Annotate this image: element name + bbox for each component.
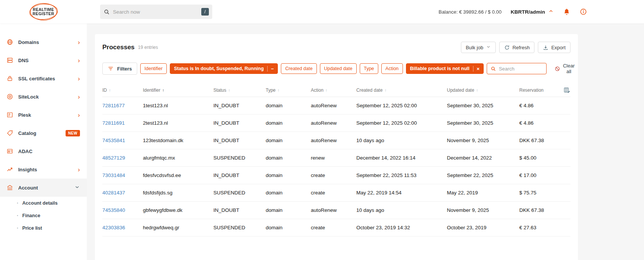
filter-search-input[interactable] — [499, 66, 543, 72]
clear-all-button[interactable]: Clear all — [555, 63, 575, 74]
cell-type: domain — [266, 225, 311, 230]
filter-chip-action[interactable]: Action — [381, 63, 403, 74]
chevron-down-icon — [74, 184, 80, 191]
cell-created: May 22, 2019 14:54 — [356, 190, 447, 196]
cell-updated: September 22, 2025 — [447, 172, 519, 178]
process-id-link[interactable]: 42303836 — [102, 225, 143, 230]
global-search[interactable]: / — [100, 5, 212, 19]
filter-chip-updated-date[interactable]: Updated date — [320, 63, 357, 74]
filter-chip-identifier[interactable]: Identifier — [140, 63, 167, 74]
account-menu-button[interactable]: KBRTR/admin — [511, 8, 554, 15]
cell-updated: November 9, 2025 — [447, 138, 519, 143]
column-header-created-date[interactable]: Created date ↑ — [356, 88, 447, 93]
column-header-reservation: Reservation — [519, 88, 570, 93]
filter-chip-status[interactable]: Status is In doubt, Suspended, Running − — [170, 63, 278, 74]
chevron-right-icon: › — [78, 75, 80, 82]
remove-filter-icon[interactable]: − — [267, 66, 274, 72]
chevron-right-icon: › — [78, 57, 80, 64]
global-search-input[interactable] — [113, 9, 198, 15]
process-id-link[interactable]: 72811691 — [102, 120, 143, 126]
column-header-type[interactable]: Type ↑ — [266, 88, 311, 93]
filter-search[interactable] — [487, 63, 547, 74]
filter-chip-type[interactable]: Type — [360, 63, 378, 74]
column-header-id[interactable]: ID ↑ — [102, 88, 143, 93]
filter-chip-billable-product[interactable]: Billable product is not null × — [406, 63, 484, 74]
sidebar-item-plesk[interactable]: Plesk › — [0, 106, 87, 124]
table-row: 42303836hedrgwfdweq.grSUSPENDEDdomaincre… — [102, 219, 570, 237]
cell-action: create — [311, 190, 356, 196]
block-icon — [555, 66, 560, 72]
cell-updated: September 30, 2025 — [447, 120, 519, 126]
chevron-right-icon: › — [78, 112, 80, 118]
sitelock-icon — [6, 93, 13, 100]
column-header-updated-date[interactable]: Updated date ↑ — [447, 88, 519, 93]
export-button[interactable]: Export — [538, 42, 570, 53]
process-id-link[interactable]: 74535841 — [102, 138, 143, 143]
cell-identifier: fdsfdsfijds.sg — [143, 190, 213, 196]
sidebar-item-domains[interactable]: Domains › — [0, 33, 87, 51]
cell-reservation: $ 45.00 — [519, 155, 570, 161]
sort-asc-icon: ↑ — [109, 88, 111, 92]
edit-columns-icon[interactable] — [563, 86, 570, 94]
cell-updated: November 9, 2025 — [447, 207, 519, 213]
sort-asc-icon: ↑ — [325, 88, 327, 92]
table-row: 74535841123testdomain.dkIN_DOUBTdomainau… — [102, 132, 570, 149]
cell-type: domain — [266, 103, 311, 108]
brand-logo[interactable]: REALTIME REGISTER — [27, 2, 60, 22]
cell-status: SUSPENDED — [213, 155, 266, 161]
balance-text: Balance: € 39892.66 / $ 0.00 — [439, 9, 501, 15]
download-icon — [543, 45, 548, 50]
processes-table: ID ↑ Identifier ↑ Status ↑ Type ↑ Action — [102, 83, 570, 237]
cell-identifier: fdesfvcdsvfsd.ee — [143, 172, 213, 178]
sort-asc-icon: ↑ — [384, 88, 387, 92]
sidebar-item-finance[interactable]: ▪ Finance — [0, 209, 87, 222]
process-id-link[interactable]: 48527129 — [102, 155, 143, 161]
process-id-link[interactable]: 74535840 — [102, 207, 143, 213]
bullet-icon: ▪ — [17, 202, 18, 205]
cell-status: SUSPENDED — [213, 190, 266, 196]
column-header-status[interactable]: Status ↑ — [213, 88, 266, 93]
cell-created: September 12, 2025 02:00 — [356, 120, 447, 126]
sidebar-item-catalog[interactable]: Catalog NEW — [0, 124, 87, 142]
info-icon[interactable] — [580, 8, 587, 16]
sidebar-item-account[interactable]: Account — [0, 179, 87, 197]
cell-reservation: DKK 67.38 — [519, 138, 570, 143]
refresh-icon — [504, 45, 510, 50]
cell-identifier: 1test123.nl — [143, 103, 213, 108]
cell-reservation: $ 75.75 — [519, 190, 570, 196]
filters-button[interactable]: Filters — [102, 63, 137, 75]
cell-created: December 14, 2022 16:14 — [356, 155, 447, 161]
sidebar-item-insights[interactable]: Insights › — [0, 160, 87, 179]
sidebar-item-dns[interactable]: DNS › — [0, 51, 87, 69]
sidebar-item-adac[interactable]: ADAC — [0, 142, 87, 160]
cell-action: autoRenew — [311, 138, 356, 143]
filter-chip-created-date[interactable]: Created date — [281, 63, 317, 74]
table-row: 73031484fdesfvcdsvfsd.eeIN_DOUBTdomaincr… — [102, 167, 570, 184]
sidebar-item-account-details[interactable]: ▪ Account details — [0, 197, 87, 209]
sidebar-item-price-list[interactable]: ▪ Price list — [0, 222, 87, 234]
column-header-action[interactable]: Action ↑ — [311, 88, 356, 93]
chevron-right-icon: › — [78, 39, 80, 45]
chevron-up-icon — [548, 8, 554, 15]
sidebar: Domains › DNS › SSL certificates › SiteL… — [0, 23, 87, 260]
filter-lines-icon — [108, 66, 114, 72]
bullet-icon: ▪ — [17, 214, 18, 217]
sidebar-item-sitelock[interactable]: SiteLock › — [0, 88, 87, 106]
close-icon[interactable]: × — [473, 66, 480, 72]
chevron-right-icon: › — [78, 94, 80, 100]
globe-icon — [6, 39, 13, 45]
notifications-bell-icon[interactable] — [563, 8, 570, 16]
cell-type: domain — [266, 120, 311, 126]
process-id-link[interactable]: 40281437 — [102, 190, 143, 196]
bulk-job-button[interactable]: Bulk job — [461, 42, 496, 53]
sidebar-item-ssl-certificates[interactable]: SSL certificates › — [0, 69, 87, 88]
refresh-button[interactable]: Refresh — [499, 42, 535, 53]
column-header-identifier[interactable]: Identifier ↑ — [143, 88, 213, 93]
process-id-link[interactable]: 73031484 — [102, 172, 143, 178]
cell-status: IN_DOUBT — [213, 103, 266, 108]
cell-status: IN_DOUBT — [213, 172, 266, 178]
process-id-link[interactable]: 72811677 — [102, 103, 143, 108]
search-icon — [490, 66, 496, 72]
sort-asc-icon: ↑ — [228, 88, 230, 92]
slash-shortcut-key: / — [201, 8, 209, 16]
